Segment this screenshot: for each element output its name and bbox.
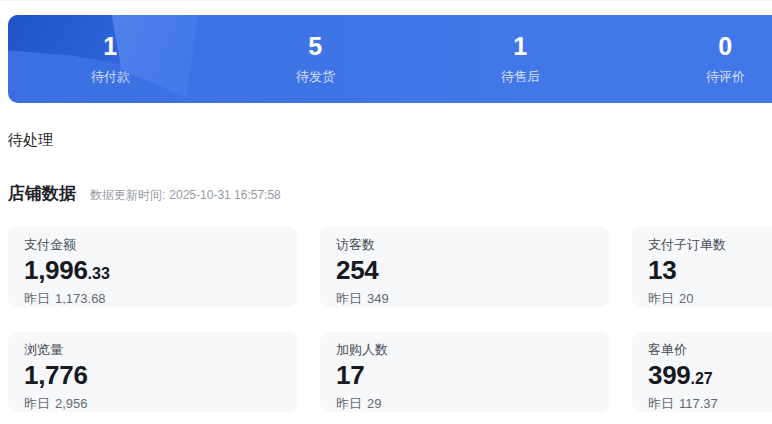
metric-label: 加购人数 [336, 342, 593, 358]
yesterday-value: 1,173.68 [55, 291, 106, 306]
metric-yesterday: 昨日1,173.68 [24, 291, 281, 307]
pending-section-title: 待处理 [8, 130, 53, 149]
stat-label: 待付款 [8, 69, 213, 84]
stat-pending-shipment[interactable]: 5 待发货 [213, 15, 418, 103]
stat-label: 待售后 [418, 69, 623, 84]
yesterday-value: 29 [367, 396, 381, 411]
stat-pending-payment[interactable]: 1 待付款 [8, 15, 213, 103]
yesterday-label: 昨日 [24, 396, 50, 411]
stat-label: 待发货 [213, 69, 418, 84]
shop-data-title: 店铺数据 [8, 183, 76, 204]
metric-yesterday: 昨日349 [336, 291, 593, 307]
yesterday-value: 349 [367, 291, 389, 306]
metric-label: 支付子订单数 [648, 237, 772, 253]
metric-card-avg-order-value[interactable]: 客单价 399.27 昨日117.37 [632, 332, 772, 412]
yesterday-label: 昨日 [336, 291, 362, 306]
metric-card-cart-adders[interactable]: 加购人数 17 昨日29 [320, 332, 609, 412]
metric-yesterday: 昨日2,956 [24, 396, 281, 412]
yesterday-value: 2,956 [55, 396, 88, 411]
metric-yesterday: 昨日20 [648, 291, 772, 307]
metric-label: 浏览量 [24, 342, 281, 358]
metric-value: 254 [336, 255, 593, 289]
metric-value: 17 [336, 360, 593, 394]
metric-value-int: 399 [648, 360, 690, 390]
stat-pending-review[interactable]: 0 待评价 [623, 15, 772, 103]
yesterday-value: 20 [679, 291, 693, 306]
data-update-time-value: 2025-10-31 16:57:58 [169, 188, 280, 202]
metric-yesterday: 昨日117.37 [648, 396, 772, 412]
metric-value: 1,996.33 [24, 255, 281, 289]
metric-value-int: 1,996 [24, 255, 88, 285]
metric-card-pageviews[interactable]: 浏览量 1,776 昨日2,956 [8, 332, 297, 412]
yesterday-label: 昨日 [648, 291, 674, 306]
yesterday-label: 昨日 [336, 396, 362, 411]
stat-value: 5 [213, 32, 418, 60]
yesterday-value: 117.37 [679, 396, 718, 411]
metric-card-payment-amount[interactable]: 支付金额 1,996.33 昨日1,173.68 [8, 227, 297, 307]
metric-value: 1,776 [24, 360, 281, 394]
top-divider [0, 0, 772, 1]
shop-data-header: 店铺数据 数据更新时间:2025-10-31 16:57:58 [8, 183, 281, 204]
yesterday-label: 昨日 [24, 291, 50, 306]
stat-value: 0 [623, 32, 772, 60]
seller-dashboard: { "banner": { "stats": [ { "value": "1",… [0, 0, 772, 424]
metric-card-paid-suborders[interactable]: 支付子订单数 13 昨日20 [632, 227, 772, 307]
stat-value: 1 [418, 32, 623, 60]
metric-value-dec: .27 [690, 370, 712, 387]
metric-label: 支付金额 [24, 237, 281, 253]
metric-value-int: 254 [336, 255, 378, 285]
stat-label: 待评价 [623, 69, 772, 84]
metric-value-int: 17 [336, 360, 364, 390]
metric-card-visitors[interactable]: 访客数 254 昨日349 [320, 227, 609, 307]
order-stats-banner: 1 待付款 5 待发货 1 待售后 0 待评价 [8, 15, 772, 103]
metric-yesterday: 昨日29 [336, 396, 593, 412]
data-update-time-label: 数据更新时间: [90, 188, 165, 202]
metric-label: 访客数 [336, 237, 593, 253]
metrics-grid: 支付金额 1,996.33 昨日1,173.68 访客数 254 昨日349 支… [8, 227, 772, 412]
data-update-time: 数据更新时间:2025-10-31 16:57:58 [90, 187, 281, 204]
metric-value-int: 1,776 [24, 360, 88, 390]
metric-label: 客单价 [648, 342, 772, 358]
metric-value-int: 13 [648, 255, 676, 285]
metric-value-dec: .33 [88, 265, 110, 282]
yesterday-label: 昨日 [648, 396, 674, 411]
metric-value: 13 [648, 255, 772, 289]
stat-pending-aftersales[interactable]: 1 待售后 [418, 15, 623, 103]
stat-value: 1 [8, 32, 213, 60]
metric-value: 399.27 [648, 360, 772, 394]
